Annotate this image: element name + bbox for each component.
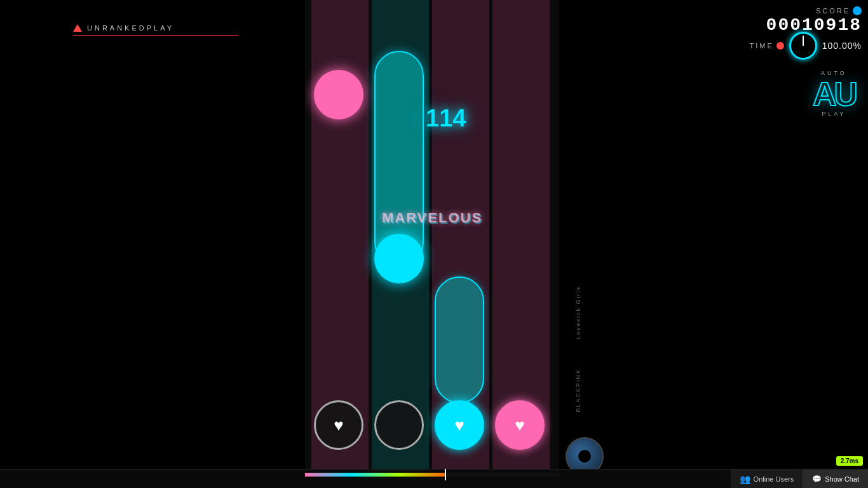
song-info-vertical: Lovesick Girls [575, 286, 581, 339]
show-chat-label: Show Chat [825, 475, 859, 483]
heart-icon-1: ♥ [334, 416, 343, 435]
artist-label: BLACKPINK [575, 369, 581, 412]
timer-display: TIME 100.00% [749, 32, 862, 60]
time-text: TIME [749, 42, 773, 50]
hit-zone-4: ♥ [495, 400, 545, 450]
unranked-play-indicator: UNRANKEDPLAY [73, 24, 174, 32]
people-icon: 👥 [740, 474, 750, 484]
artist-vertical: BLACKPINK [575, 369, 581, 412]
hit-zone-1: ♥ [314, 400, 363, 450]
note-pink-circle-lane1 [314, 70, 363, 119]
online-users-label: Online Users [754, 475, 794, 483]
auto-play-indicator: AUTO AU PLAY [813, 70, 855, 117]
left-background: UNRANKEDPLAY [0, 0, 305, 488]
auto-letters: AU [813, 78, 855, 111]
unranked-separator-line [73, 35, 238, 36]
heart-icon-4: ♥ [515, 416, 524, 435]
heart-icon-3: ♥ [454, 416, 464, 435]
hit-zone-2 [374, 400, 424, 450]
timer-circle [789, 32, 817, 60]
score-display: SCORE 00010918 [766, 6, 862, 35]
latency-indicator: 2.7ms [836, 456, 863, 466]
score-text: SCORE [816, 7, 850, 15]
right-side-panel: Lovesick Girls BLACKPINK [559, 0, 597, 488]
score-icon [853, 6, 862, 15]
warning-triangle-icon [73, 24, 82, 32]
unranked-label: UNRANKEDPLAY [87, 24, 174, 32]
hit-zone-3: ♥ [435, 400, 484, 450]
bottom-toolbar: 👥 Online Users 💬 Show Chat [0, 469, 868, 488]
progress-fill [305, 473, 445, 477]
hud-area: SCORE 00010918 TIME 100.00% AUTO AU PLAY [610, 0, 868, 488]
judgment-text: MARVELOUS [382, 210, 482, 226]
progress-marker [445, 469, 446, 480]
time-icon [776, 42, 784, 50]
time-percentage: 100.00% [822, 41, 862, 51]
online-users-button[interactable]: 👥 Online Users [731, 470, 804, 488]
game-play-area: 114 MARVELOUS ♥ ♥ ♥ [305, 0, 559, 488]
combo-counter: 114 [426, 105, 466, 132]
score-label: SCORE [766, 6, 862, 15]
song-title-label: Lovesick Girls [575, 286, 581, 339]
chat-icon: 💬 [812, 475, 822, 484]
note-cyan-short-lane3 [435, 276, 484, 403]
note-cyan-circle-end-lane2 [374, 234, 424, 283]
song-progress-bar [305, 473, 559, 477]
time-label: TIME [749, 42, 783, 50]
show-chat-button[interactable]: 💬 Show Chat [803, 470, 868, 488]
album-art-center [578, 450, 591, 463]
